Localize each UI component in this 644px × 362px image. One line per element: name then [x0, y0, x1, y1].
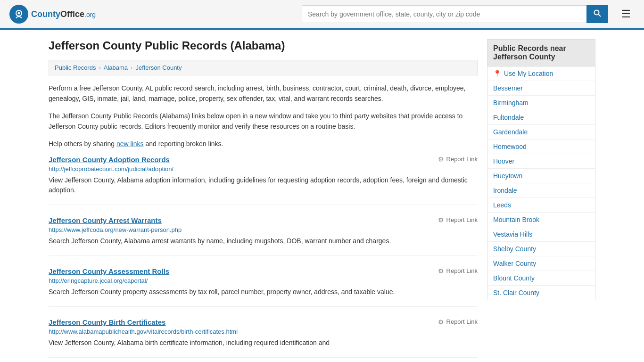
breadcrumb-alabama[interactable]: Alabama [104, 64, 128, 71]
sidebar-nearby-item[interactable]: Walker County [487, 256, 595, 271]
sidebar-link-10[interactable]: Vestavia Hills [493, 230, 532, 238]
record-desc-2: Search Jefferson County property assessm… [49, 287, 478, 297]
sidebar-nearby-item[interactable]: Fultondale [487, 110, 595, 125]
svg-point-2 [594, 10, 599, 15]
sidebar-link-0[interactable]: Bessemer [493, 84, 523, 92]
record-url-0[interactable]: http://jeffcoprobatecourt.com/judicial/a… [49, 165, 478, 173]
sidebar-nearby-item[interactable]: Hoover [487, 154, 595, 169]
sidebar-link-5[interactable]: Hoover [493, 157, 514, 165]
breadcrumb-sep-1: › [99, 64, 100, 71]
logo-icon [9, 5, 28, 24]
breadcrumb-public-records[interactable]: Public Records [55, 64, 96, 71]
record-desc-1: Search Jefferson County, Alabama arrest … [49, 236, 478, 246]
location-icon: 📍 [493, 70, 501, 77]
sidebar-link-1[interactable]: Birmingham [493, 99, 528, 107]
records-list: Jefferson County Adoption Records ⚙ Repo… [49, 156, 478, 358]
report-link-button-1[interactable]: ⚙ Report Link [438, 216, 478, 224]
record-title-2[interactable]: Jefferson County Assessment Rolls [49, 267, 169, 275]
search-area [302, 5, 608, 23]
main-container: Jefferson County Public Records (Alabama… [39, 30, 605, 362]
site-logo[interactable]: CountyOffice.org [9, 5, 96, 24]
sidebar-nearby-item[interactable]: St. Clair County [487, 286, 595, 300]
report-link-label: Report Link [446, 216, 478, 223]
use-my-location-link[interactable]: Use My Location [504, 70, 553, 77]
sidebar-link-7[interactable]: Irondale [493, 187, 517, 194]
sidebar-link-8[interactable]: Leeds [493, 201, 511, 209]
breadcrumb-jefferson-county[interactable]: Jefferson County [135, 64, 182, 71]
svg-point-1 [18, 12, 20, 15]
content-area: Jefferson County Public Records (Alabama… [49, 39, 478, 362]
breadcrumb: Public Records › Alabama › Jefferson Cou… [49, 60, 478, 75]
report-icon: ⚙ [438, 156, 444, 163]
sidebar-link-2[interactable]: Fultondale [493, 114, 524, 121]
record-desc-0: View Jefferson County, Alabama adoption … [49, 175, 478, 195]
sidebar-nearby-item[interactable]: Irondale [487, 183, 595, 198]
report-icon: ⚙ [438, 318, 444, 326]
record-desc-3: View Jefferson County, Alabama birth cer… [49, 338, 478, 348]
sidebar-nearby-item[interactable]: Vestavia Hills [487, 227, 595, 242]
sidebar: Public Records near Jefferson County 📍 U… [487, 39, 595, 362]
report-link-label: Report Link [446, 318, 478, 325]
menu-button[interactable]: ☰ [618, 6, 635, 22]
sidebar-link-14[interactable]: St. Clair County [493, 289, 539, 296]
report-link-button-2[interactable]: ⚙ Report Link [438, 267, 478, 275]
page-title: Jefferson County Public Records (Alabama… [49, 39, 478, 52]
sidebar-nearby-item[interactable]: Homewood [487, 140, 595, 154]
description-3-pre: Help others by sharing [49, 140, 116, 148]
record-title-0[interactable]: Jefferson County Adoption Records [49, 156, 170, 164]
record-url-2[interactable]: http://eringcapture.jccal.org/caportal/ [49, 277, 478, 284]
search-input[interactable] [302, 5, 586, 23]
sidebar-nearby-item[interactable]: Leeds [487, 198, 595, 213]
record-header: Jefferson County Arrest Warrants ⚙ Repor… [49, 216, 478, 224]
new-links-link[interactable]: new links [116, 140, 144, 148]
description-3-post: and reporting broken links. [144, 140, 223, 148]
record-entry: Jefferson County Arrest Warrants ⚙ Repor… [49, 216, 478, 256]
report-icon: ⚙ [438, 216, 444, 224]
record-entry: Jefferson County Birth Certificates ⚙ Re… [49, 318, 478, 358]
description-2: The Jefferson County Public Records (Ala… [49, 111, 478, 132]
record-header: Jefferson County Birth Certificates ⚙ Re… [49, 318, 478, 326]
use-my-location-item[interactable]: 📍 Use My Location [487, 66, 595, 81]
report-link-button-0[interactable]: ⚙ Report Link [438, 156, 478, 163]
description-3: Help others by sharing new links and rep… [49, 139, 478, 149]
record-title-3[interactable]: Jefferson County Birth Certificates [49, 318, 165, 326]
record-entry: Jefferson County Adoption Records ⚙ Repo… [49, 156, 478, 205]
sidebar-link-13[interactable]: Blount County [493, 274, 535, 282]
nearby-records-section: Public Records near Jefferson County 📍 U… [487, 39, 595, 300]
logo-text: CountyOffice.org [31, 9, 96, 19]
sidebar-nearby-item[interactable]: Bessemer [487, 81, 595, 96]
sidebar-title: Public Records near Jefferson County [487, 40, 595, 66]
record-entry: Jefferson County Assessment Rolls ⚙ Repo… [49, 267, 478, 307]
sidebar-items: BessemerBirminghamFultondaleGardendaleHo… [487, 81, 595, 300]
sidebar-nearby-item[interactable]: Birmingham [487, 96, 595, 110]
record-header: Jefferson County Assessment Rolls ⚙ Repo… [49, 267, 478, 275]
sidebar-link-9[interactable]: Mountain Brook [493, 216, 539, 223]
site-header: CountyOffice.org ☰ [0, 0, 644, 30]
search-button[interactable] [586, 5, 608, 23]
sidebar-nearby-item[interactable]: Shelby County [487, 242, 595, 256]
sidebar-nearby-item[interactable]: Hueytown [487, 169, 595, 183]
sidebar-link-6[interactable]: Hueytown [493, 172, 522, 180]
description-1: Perform a free Jefferson County, AL publ… [49, 83, 478, 104]
sidebar-link-12[interactable]: Walker County [493, 260, 536, 267]
svg-line-3 [599, 15, 601, 17]
sidebar-link-11[interactable]: Shelby County [493, 245, 536, 253]
record-url-3[interactable]: http://www.alabamapublichealth.gov/vital… [49, 328, 478, 335]
breadcrumb-sep-2: › [131, 64, 132, 71]
sidebar-nearby-item[interactable]: Mountain Brook [487, 213, 595, 227]
record-title-1[interactable]: Jefferson County Arrest Warrants [49, 216, 162, 224]
report-link-button-3[interactable]: ⚙ Report Link [438, 318, 478, 326]
report-link-label: Report Link [446, 156, 478, 163]
sidebar-link-3[interactable]: Gardendale [493, 128, 528, 136]
sidebar-nearby-item[interactable]: Blount County [487, 271, 595, 286]
sidebar-link-4[interactable]: Homewood [493, 143, 527, 150]
report-link-label: Report Link [446, 267, 478, 274]
report-icon: ⚙ [438, 267, 444, 275]
sidebar-nearby-item[interactable]: Gardendale [487, 125, 595, 140]
record-url-1[interactable]: https://www.jeffcoda.org/new-warrant-per… [49, 226, 478, 233]
record-header: Jefferson County Adoption Records ⚙ Repo… [49, 156, 478, 164]
